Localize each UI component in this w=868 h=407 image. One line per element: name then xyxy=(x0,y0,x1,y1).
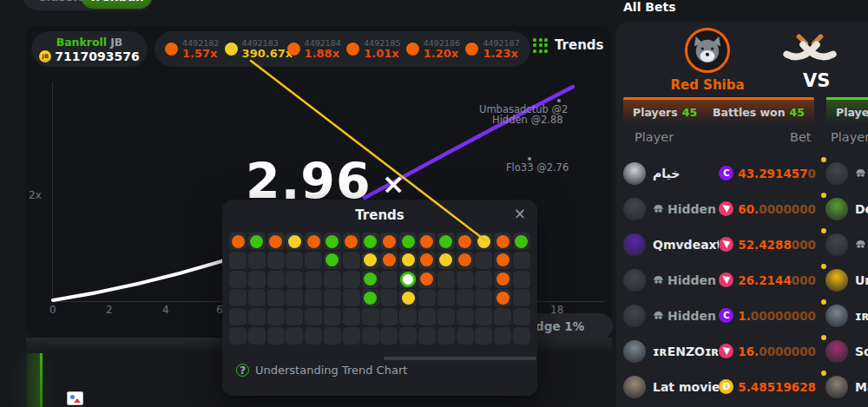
bet-row[interactable]: HiddenC1.00000000 xyxy=(623,298,816,333)
red-team-stats-tab[interactable]: Players45 Battles won45 xyxy=(623,97,814,124)
trend-cell xyxy=(475,327,492,345)
bet-panel-glow xyxy=(27,353,40,407)
bet-row[interactable]: Lat movieĐ5.48519628 xyxy=(623,369,816,404)
trends-modal: Trends × ? Understanding Trend Chart xyxy=(222,200,537,396)
trend-cell xyxy=(362,327,379,345)
trend-cell xyxy=(324,289,341,306)
trend-cell xyxy=(362,233,379,250)
bet-row[interactable]: Mad xyxy=(816,369,868,404)
round-chip-texts: 44921841.88x xyxy=(305,38,341,60)
trend-cell xyxy=(229,233,247,250)
trend-cell xyxy=(513,271,530,288)
round-chip[interactable]: 44921861.20x xyxy=(406,38,461,60)
column-header-player-right: Player xyxy=(831,130,868,144)
bet-panel-green-bar xyxy=(40,353,43,407)
bet-row[interactable]: خيامC43.2914570 xyxy=(623,155,816,191)
avatar xyxy=(623,305,646,327)
trend-cell xyxy=(380,271,398,288)
round-chip[interactable]: 4492183390.67x xyxy=(225,38,282,60)
trend-cell xyxy=(437,252,455,269)
trend-dot-o xyxy=(420,272,433,286)
tusks-team-icon[interactable] xyxy=(781,31,838,68)
trend-dot-g xyxy=(439,235,452,248)
trend-cell xyxy=(457,289,474,306)
bet-row[interactable]: Hidden60.0000000 xyxy=(623,191,816,226)
team-red-shiba[interactable]: Red Shiba xyxy=(664,28,751,93)
trend-cell xyxy=(362,271,379,288)
trend-dot-g xyxy=(326,253,339,266)
trend-cell xyxy=(418,327,436,345)
round-chip[interactable]: 44921841.88x xyxy=(287,38,342,60)
trends-button[interactable]: Trends xyxy=(533,37,604,53)
understanding-trend-chart-link[interactable]: ? Understanding Trend Chart xyxy=(236,364,407,377)
round-chip[interactable]: 44921871.23x xyxy=(465,38,520,60)
close-icon[interactable]: × xyxy=(514,205,526,222)
round-chip[interactable]: 44921851.01x xyxy=(346,38,401,60)
trend-cell xyxy=(513,233,530,250)
bankroll-label: Bankroll xyxy=(56,36,108,49)
trend-cell xyxy=(343,308,360,325)
round-chip-texts: 44921861.20x xyxy=(424,38,460,60)
avatar xyxy=(825,340,848,363)
trend-cell xyxy=(475,271,492,288)
players-label: Players xyxy=(633,106,678,119)
bet-row[interactable]: Hidden xyxy=(816,155,868,191)
trend-cell xyxy=(399,252,417,269)
round-multiplier: 1.88x xyxy=(305,48,341,60)
bet-amount-group: 26.2144000 xyxy=(719,272,816,287)
bet-row[interactable]: ɪʀENZOɪʀ16.0000000 xyxy=(623,333,816,369)
trend-cell xyxy=(437,327,455,345)
tab-trenball[interactable]: Trenball xyxy=(81,0,152,9)
trend-dot-o xyxy=(307,235,320,248)
trend-cell xyxy=(305,327,322,345)
trend-cell xyxy=(324,271,341,288)
trend-cell xyxy=(267,252,285,269)
trend-dot-y xyxy=(288,235,301,248)
trend-cell xyxy=(380,252,398,269)
trend-cell xyxy=(437,271,455,288)
bet-amount: 1.00000000 xyxy=(738,309,816,323)
trend-cell xyxy=(286,289,303,306)
trend-dot-o xyxy=(496,253,510,266)
bet-row[interactable]: Um xyxy=(816,262,868,298)
trend-dot-y xyxy=(402,253,415,266)
avatar xyxy=(825,198,848,220)
round-chip[interactable]: 44921821.57x xyxy=(165,38,220,60)
bet-row[interactable]: Dev xyxy=(816,191,868,226)
trend-dot-o xyxy=(383,235,396,248)
bet-amount: 16.0000000 xyxy=(738,345,816,358)
trend-dot-g xyxy=(364,292,377,305)
bet-row[interactable]: Qmvdeaxtful52.4288000 xyxy=(623,226,816,262)
bet-row[interactable]: Soh xyxy=(816,333,868,369)
incognito-icon xyxy=(855,165,866,181)
avatar xyxy=(825,162,848,185)
trend-cell xyxy=(248,308,266,325)
x-axis-tick: 2 xyxy=(106,304,113,316)
avatar xyxy=(623,198,646,220)
avatar xyxy=(825,269,848,292)
green-team-stats-tab[interactable]: Players4 xyxy=(826,97,868,124)
column-header-bet: Bet xyxy=(790,130,812,144)
broken-image-icon xyxy=(67,391,83,405)
trend-cell xyxy=(324,327,341,345)
cashout-label: Hidden @2.88 xyxy=(492,114,563,126)
trend-dot-w xyxy=(400,272,416,287)
trend-cell xyxy=(267,327,285,345)
trend-grid-scrollbar[interactable] xyxy=(384,357,536,360)
player-name: ɪʀENZOɪʀ xyxy=(653,345,719,358)
bet-row[interactable]: Hidden26.2144000 xyxy=(623,262,816,298)
tab-classic[interactable]: Classic xyxy=(37,0,84,3)
c-coin-icon: C xyxy=(719,166,733,181)
bet-row[interactable]: Hidden xyxy=(816,226,868,262)
bet-amount-group: C43.2914570 xyxy=(719,166,816,181)
cashout-dot xyxy=(557,99,561,102)
trend-dot-o xyxy=(458,253,471,266)
bet-row[interactable]: ɪʀEN xyxy=(816,298,868,333)
bet-marker-dot xyxy=(821,299,826,305)
trend-cell xyxy=(494,271,511,288)
trend-cell xyxy=(418,271,436,288)
trend-dot-y xyxy=(439,253,452,266)
trend-cell xyxy=(513,308,530,325)
round-chip-texts: 4492183390.67x xyxy=(242,38,293,60)
trend-cell xyxy=(305,289,322,306)
